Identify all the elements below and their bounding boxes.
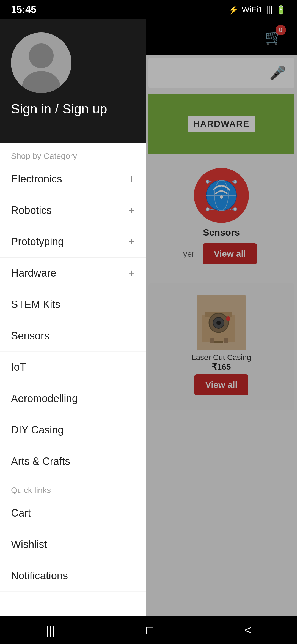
expand-icon-robotics: + [129,204,135,216]
expand-icon-electronics: + [129,173,135,185]
cart-link-label: Cart [11,507,31,519]
category-item-electronics[interactable]: Electronics + [0,163,146,195]
status-bar: 15:45 ⚡ WiFi1 ||| 🔋 [0,0,297,19]
back-nav-button[interactable]: < [228,621,268,640]
category-label-sensors: Sensors [11,330,49,342]
notifications-link-label: Notifications [11,570,68,582]
expand-icon-hardware: + [129,267,135,279]
shop-by-category-label: Shop by Category [0,143,146,163]
drawer-menu: Shop by Category Electronics + Robotics … [0,143,146,644]
category-label-diy-casing: DIY Casing [11,424,64,436]
dim-overlay[interactable] [146,0,297,644]
category-item-diy-casing[interactable]: DIY Casing [0,414,146,446]
menu-nav-button[interactable]: ||| [29,621,71,640]
category-item-prototyping[interactable]: Prototyping + [0,226,146,258]
category-label-aeromodelling: Aeromodelling [11,393,78,404]
drawer-header: Sign in / Sign up [0,0,146,143]
category-item-aeromodelling[interactable]: Aeromodelling [0,383,146,414]
category-item-stem-kits[interactable]: STEM Kits [0,289,146,320]
bluetooth-icon: ⚡ [228,5,238,15]
expand-icon-prototyping: + [129,236,135,248]
avatar [11,32,72,93]
category-label-hardware: Hardware [11,267,56,279]
category-item-iot[interactable]: IoT [0,352,146,383]
category-label-stem-kits: STEM Kits [11,299,60,310]
quick-link-wishlist[interactable]: Wishlist [0,529,146,560]
quick-link-notifications[interactable]: Notifications [0,560,146,592]
signal-icon: ||| [266,5,273,14]
status-icons: ⚡ WiFi1 ||| 🔋 [228,5,286,15]
quick-link-cart[interactable]: Cart [0,498,146,529]
category-item-sensors[interactable]: Sensors [0,320,146,352]
category-item-robotics[interactable]: Robotics + [0,195,146,226]
avatar-svg [11,32,72,93]
wishlist-link-label: Wishlist [11,539,47,550]
battery-icon: 🔋 [276,5,286,15]
category-label-arts-crafts: Arts & Crafts [11,455,70,467]
home-nav-button[interactable]: □ [130,621,169,640]
category-label-prototyping: Prototyping [11,236,64,248]
category-item-hardware[interactable]: Hardware + [0,258,146,289]
time-display: 15:45 [11,4,36,15]
bottom-navigation: ||| □ < [0,616,297,644]
wifi-icon: WiFi1 [242,5,263,14]
navigation-drawer: Sign in / Sign up Shop by Category Elect… [0,0,146,644]
sign-in-label[interactable]: Sign in / Sign up [11,101,107,116]
svg-point-22 [29,43,54,68]
category-label-electronics: Electronics [11,173,62,185]
category-label-robotics: Robotics [11,204,52,216]
category-label-iot: IoT [11,361,26,373]
quick-links-label: Quick links [0,477,146,498]
category-item-arts-crafts[interactable]: Arts & Crafts [0,446,146,477]
